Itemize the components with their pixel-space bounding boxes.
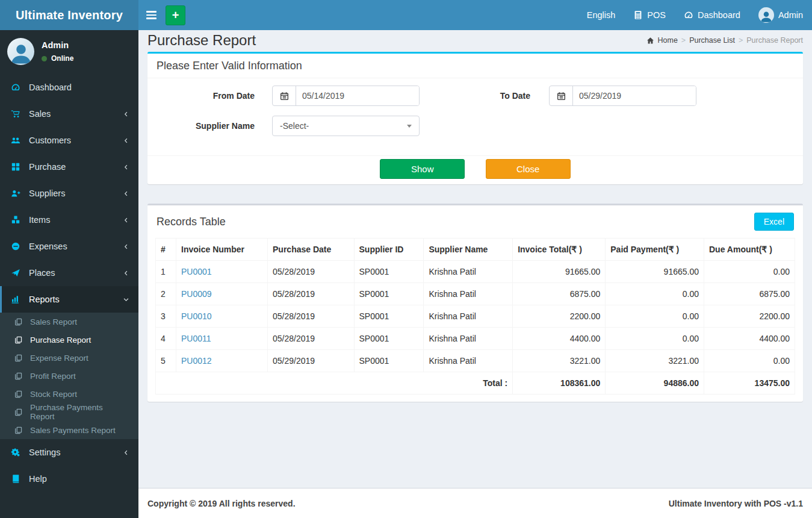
gears-icon bbox=[11, 448, 23, 457]
sidebar-item-expenses[interactable]: Expenses bbox=[0, 233, 138, 260]
sidebar-item-items[interactable]: Items bbox=[0, 207, 138, 233]
sidebar-item-profit-report[interactable]: Profit Report bbox=[0, 367, 138, 385]
to-date-input[interactable] bbox=[573, 86, 696, 105]
sidebar-item-sales-payments-report[interactable]: Sales Payments Report bbox=[0, 421, 138, 439]
grid-icon bbox=[11, 162, 23, 172]
reports-submenu-wrap: Sales Report Purchase Report Expense Rep… bbox=[0, 313, 138, 439]
total-due: 13475.00 bbox=[704, 372, 795, 395]
cell-supplier-id: SP0001 bbox=[354, 305, 424, 328]
sidebar-item-settings[interactable]: Settings bbox=[0, 439, 138, 466]
close-button[interactable]: Close bbox=[486, 159, 571, 179]
from-date-input[interactable] bbox=[296, 86, 419, 105]
sidebar-item-sales-report[interactable]: Sales Report bbox=[0, 313, 138, 331]
table-row: 2 PU0009 05/28/2019 SP0001 Krishna Patil… bbox=[156, 283, 795, 305]
col-header-supplier-id[interactable]: Supplier ID bbox=[354, 239, 424, 261]
calendar-icon[interactable] bbox=[550, 86, 573, 105]
records-box-header: Records Table Excel bbox=[147, 205, 803, 238]
col-header-invoice-number[interactable]: Invoice Number bbox=[176, 239, 268, 261]
col-header-supplier-name[interactable]: Supplier Name bbox=[424, 239, 513, 261]
calendar-icon[interactable] bbox=[273, 86, 296, 105]
cell-supplier-name: Krishna Patil bbox=[424, 261, 513, 283]
invoice-link[interactable]: PU0012 bbox=[181, 356, 212, 366]
supplier-name-label: Supplier Name bbox=[157, 121, 255, 131]
cell-invoice-total: 3221.00 bbox=[513, 350, 606, 372]
sidebar-user-panel: Admin Online bbox=[0, 30, 138, 72]
cell-date: 05/28/2019 bbox=[268, 305, 355, 328]
quick-add-button[interactable]: + bbox=[166, 5, 185, 25]
supplier-select[interactable]: -Select- bbox=[272, 116, 420, 136]
total-label: Total : bbox=[156, 372, 513, 395]
records-box: Records Table Excel # Invoice Number Pur… bbox=[147, 204, 803, 402]
nav-dashboard[interactable]: Dashboard bbox=[675, 0, 749, 30]
breadcrumb: Home > Purchase List > Purchase Report bbox=[646, 36, 803, 45]
breadcrumb-purchase-list-link[interactable]: Purchase List bbox=[689, 36, 735, 45]
sidebar-item-suppliers[interactable]: Suppliers bbox=[0, 180, 138, 207]
chevron-left-icon bbox=[123, 270, 129, 276]
sidebar-item-sales[interactable]: Sales bbox=[0, 101, 138, 127]
invoice-link[interactable]: PU0010 bbox=[181, 311, 212, 321]
content-header: Purchase Report Home > Purchase List > P… bbox=[138, 30, 812, 52]
chevron-left-icon bbox=[123, 190, 129, 197]
sidebar-item-expense-report[interactable]: Expense Report bbox=[0, 349, 138, 367]
navbar-main: + English POS Dashboard Admin bbox=[138, 0, 812, 30]
cell-date: 05/28/2019 bbox=[268, 283, 355, 305]
nav-language[interactable]: English bbox=[578, 0, 625, 30]
col-header-purchase-date[interactable]: Purchase Date bbox=[268, 239, 355, 261]
navbar-left: + bbox=[138, 0, 185, 30]
col-header-invoice-total[interactable]: Invoice Total(₹ ) bbox=[513, 239, 606, 261]
cell-paid: 0.00 bbox=[606, 328, 704, 350]
users-icon bbox=[11, 136, 23, 145]
cell-due: 0.00 bbox=[704, 350, 795, 372]
table-row: 1 PU0001 05/28/2019 SP0001 Krishna Patil… bbox=[156, 261, 795, 283]
cell-date: 05/28/2019 bbox=[268, 261, 355, 283]
sidebar-item-purchase-report[interactable]: Purchase Report bbox=[0, 331, 138, 349]
cell-paid: 3221.00 bbox=[606, 350, 704, 372]
page-title: Purchase Report bbox=[147, 33, 256, 48]
col-header-due-amount[interactable]: Due Amount(₹ ) bbox=[704, 239, 795, 261]
invoice-link[interactable]: PU0009 bbox=[181, 289, 212, 299]
brand-logo[interactable]: Ultimate Inventory bbox=[0, 0, 138, 30]
reports-submenu: Sales Report Purchase Report Expense Rep… bbox=[0, 313, 138, 439]
sidebar-item-reports[interactable]: Reports bbox=[0, 286, 138, 313]
version-text: Ultimate Inventory with POS -v1.1 bbox=[669, 499, 803, 508]
copyright-text: Copyright © 2019 All rights reserved. bbox=[147, 499, 296, 508]
show-button[interactable]: Show bbox=[380, 159, 465, 179]
excel-export-button[interactable]: Excel bbox=[754, 213, 794, 231]
cell-paid: 91665.00 bbox=[606, 261, 704, 283]
copy-icon bbox=[14, 372, 25, 380]
date-row: From Date To Date bbox=[157, 86, 794, 106]
sidebar-item-help[interactable]: Help bbox=[0, 466, 138, 492]
nav-user-menu[interactable]: Admin bbox=[749, 0, 812, 30]
sidebar-item-purchase[interactable]: Purchase bbox=[0, 154, 138, 180]
sidebar-menu: Dashboard Sales Customers Purchase Suppl… bbox=[0, 74, 138, 492]
breadcrumb-home-link[interactable]: Home bbox=[646, 36, 677, 45]
col-header-paid-payment[interactable]: Paid Payment(₹ ) bbox=[606, 239, 704, 261]
col-header-num[interactable]: # bbox=[156, 239, 176, 261]
cell-due: 6875.00 bbox=[704, 283, 795, 305]
nav-pos[interactable]: POS bbox=[624, 0, 675, 30]
sidebar-item-purchase-payments-report[interactable]: Purchase Payments Report bbox=[0, 403, 138, 421]
page-footer: Copyright © 2019 All rights reserved. Ul… bbox=[138, 488, 812, 518]
sidebar-toggle-button[interactable] bbox=[138, 0, 164, 30]
chevron-left-icon bbox=[123, 217, 129, 223]
cell-invoice-total: 91665.00 bbox=[513, 261, 606, 283]
cell-supplier-id: SP0001 bbox=[354, 283, 424, 305]
chevron-left-icon bbox=[123, 449, 129, 456]
sidebar-item-stock-report[interactable]: Stock Report bbox=[0, 385, 138, 403]
sidebar-item-places[interactable]: Places bbox=[0, 260, 138, 286]
cell-invoice-total: 6875.00 bbox=[513, 283, 606, 305]
cell-invoice-total: 2200.00 bbox=[513, 305, 606, 328]
filter-box: Please Enter Valid Information From Date… bbox=[147, 52, 803, 184]
cell-supplier-name: Krishna Patil bbox=[424, 350, 513, 372]
sidebar-item-customers[interactable]: Customers bbox=[0, 127, 138, 154]
minus-circle-icon bbox=[11, 242, 23, 251]
invoice-link[interactable]: PU0001 bbox=[181, 267, 212, 276]
cell-invoice: PU0001 bbox=[176, 261, 268, 283]
filter-form: From Date To Date Supplier Name -Select- bbox=[147, 78, 803, 155]
paper-plane-icon bbox=[11, 268, 23, 278]
records-table: # Invoice Number Purchase Date Supplier … bbox=[155, 238, 795, 395]
cell-invoice-total: 4400.00 bbox=[513, 328, 606, 350]
invoice-link[interactable]: PU0011 bbox=[181, 334, 211, 343]
sidebar-item-dashboard[interactable]: Dashboard bbox=[0, 74, 138, 101]
navbar-right: English POS Dashboard Admin bbox=[578, 0, 812, 30]
